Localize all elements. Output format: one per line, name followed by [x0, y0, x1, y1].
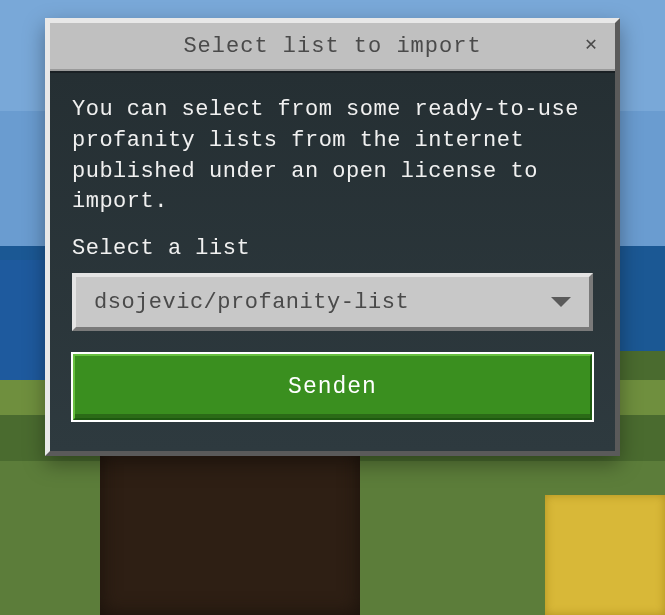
- dialog-titlebar: Select list to import ✕: [50, 23, 615, 71]
- select-label: Select a list: [72, 236, 593, 261]
- dropdown-selected-text: dsojevic/profanity-list: [94, 290, 551, 315]
- chevron-down-icon: [551, 297, 571, 307]
- close-button[interactable]: ✕: [577, 31, 605, 59]
- bg-sand: [545, 495, 665, 615]
- dialog-description: You can select from some ready-to-use pr…: [72, 95, 593, 218]
- submit-button[interactable]: Senden: [72, 353, 593, 421]
- dialog-body: You can select from some ready-to-use pr…: [50, 71, 615, 451]
- close-icon: ✕: [585, 35, 597, 55]
- import-dialog: Select list to import ✕ You can select f…: [45, 18, 620, 456]
- dialog-title: Select list to import: [183, 34, 481, 59]
- bg-water: [0, 260, 50, 390]
- submit-button-label: Senden: [288, 374, 377, 400]
- list-dropdown[interactable]: dsojevic/profanity-list: [72, 273, 593, 331]
- bg-tree: [100, 440, 360, 615]
